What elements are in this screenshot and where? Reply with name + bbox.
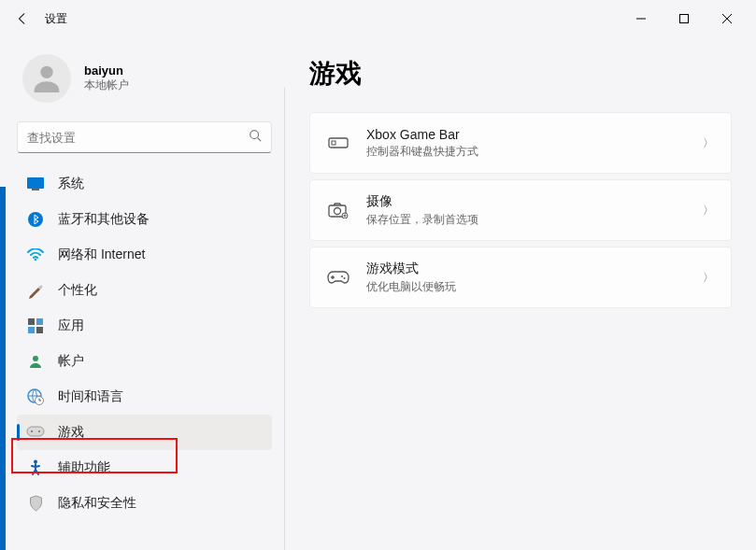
svg-point-23 (335, 208, 341, 215)
maximize-button[interactable] (663, 4, 706, 34)
apps-icon (26, 317, 45, 335)
nav-label: 个性化 (58, 282, 97, 299)
svg-point-18 (38, 430, 40, 432)
svg-point-19 (34, 460, 37, 464)
card-xbox-game-bar[interactable]: Xbox Game Bar 控制器和键盘快捷方式 〉 (309, 112, 732, 174)
page-title: 游戏 (309, 56, 732, 92)
nav-label: 辅助功能 (58, 459, 110, 476)
svg-point-17 (31, 430, 33, 432)
svg-rect-12 (36, 327, 43, 333)
nav-label: 应用 (58, 317, 84, 334)
main: 游戏 Xbox Game Bar 控制器和键盘快捷方式 〉 摄像 保存位置，录制… (285, 37, 756, 550)
nav-label: 系统 (58, 176, 84, 192)
gamepad-icon (26, 423, 45, 442)
person-icon (26, 352, 45, 371)
svg-rect-6 (32, 189, 39, 190)
card-title: 游戏模式 (366, 261, 703, 277)
profile[interactable]: baiyun 本地帐户 (17, 49, 272, 118)
nav-privacy[interactable]: 隐私和安全性 (17, 486, 272, 521)
svg-rect-11 (28, 327, 35, 333)
titlebar: 设置 (0, 0, 756, 37)
nav-label: 隐私和安全性 (58, 495, 136, 512)
bluetooth-icon (26, 210, 45, 229)
nav-label: 蓝牙和其他设备 (58, 211, 150, 228)
nav-label: 网络和 Internet (58, 247, 145, 263)
search-box[interactable] (17, 121, 272, 153)
nav-accessibility[interactable]: 辅助功能 (17, 450, 272, 486)
close-button[interactable] (706, 4, 749, 34)
svg-rect-9 (28, 318, 35, 325)
wifi-icon (26, 246, 45, 264)
avatar (22, 54, 71, 103)
svg-line-4 (258, 138, 262, 142)
chevron-right-icon: 〉 (703, 203, 714, 219)
globe-clock-icon (26, 388, 45, 406)
user-name: baiyun (84, 63, 129, 78)
nav-label: 帐户 (58, 353, 84, 370)
controller-icon (327, 266, 349, 289)
gamebar-icon (327, 132, 349, 154)
svg-point-8 (35, 259, 37, 261)
svg-point-13 (33, 356, 38, 361)
svg-rect-5 (27, 177, 44, 189)
svg-point-26 (344, 277, 346, 279)
svg-rect-1 (680, 15, 689, 23)
chevron-right-icon: 〉 (703, 270, 714, 286)
card-sub: 保存位置，录制首选项 (366, 212, 703, 228)
card-title: Xbox Game Bar (366, 127, 703, 142)
sidebar: baiyun 本地帐户 系统 蓝牙和其他设备 网络和 Internet (0, 37, 285, 550)
nav-bluetooth[interactable]: 蓝牙和其他设备 (17, 202, 272, 237)
app-title: 设置 (45, 11, 67, 27)
nav-time[interactable]: 时间和语言 (17, 379, 272, 415)
shield-icon (26, 494, 45, 513)
nav-apps[interactable]: 应用 (17, 308, 272, 344)
divider (284, 88, 285, 550)
card-game-mode[interactable]: 游戏模式 优化电脑以便畅玩 〉 (309, 247, 732, 308)
nav-accounts[interactable]: 帐户 (17, 344, 272, 379)
card-sub: 控制器和键盘快捷方式 (366, 144, 703, 160)
back-button[interactable] (7, 4, 37, 34)
nav-gaming[interactable]: 游戏 (17, 415, 272, 450)
card-sub: 优化电脑以便畅玩 (366, 279, 703, 295)
nav-system[interactable]: 系统 (17, 166, 272, 202)
nav-label: 游戏 (58, 424, 84, 441)
svg-point-2 (40, 66, 52, 78)
search-input[interactable] (27, 131, 249, 145)
accessibility-icon (26, 458, 45, 477)
search-icon (249, 129, 262, 146)
nav-personalization[interactable]: 个性化 (17, 273, 272, 308)
minimize-button[interactable] (620, 4, 663, 34)
user-type: 本地帐户 (84, 78, 129, 93)
brush-icon (26, 281, 45, 300)
svg-rect-16 (27, 427, 44, 436)
camera-icon (327, 199, 349, 221)
nav: 系统 蓝牙和其他设备 网络和 Internet 个性化 应用 帐户 (17, 166, 272, 521)
svg-rect-10 (36, 318, 43, 325)
svg-point-25 (341, 275, 343, 277)
nav-label: 时间和语言 (58, 388, 123, 405)
nav-network[interactable]: 网络和 Internet (17, 237, 272, 273)
chevron-right-icon: 〉 (703, 135, 714, 151)
card-title: 摄像 (366, 193, 703, 210)
svg-point-3 (250, 131, 259, 139)
system-icon (26, 175, 45, 193)
svg-rect-21 (332, 141, 335, 145)
card-captures[interactable]: 摄像 保存位置，录制首选项 〉 (309, 179, 732, 241)
